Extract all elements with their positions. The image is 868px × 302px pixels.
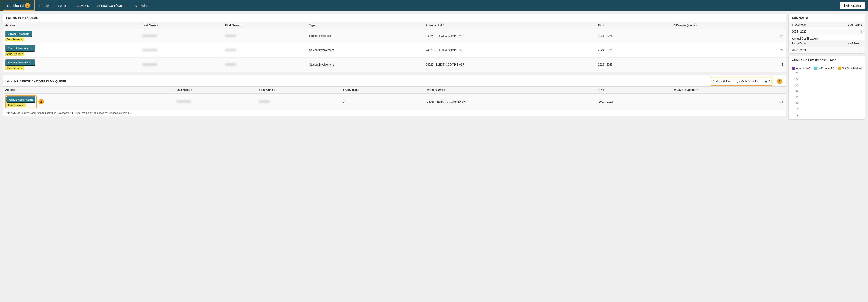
ac-last-name: XXXXXXXX bbox=[177, 100, 191, 103]
first-name-cell: XXXXXX bbox=[223, 29, 307, 43]
bar-group bbox=[799, 72, 818, 117]
last-name-cell: XXXXXXXX bbox=[140, 43, 223, 57]
action-highlighted-wrapper: Annual Certification Dept Reviewer bbox=[5, 95, 37, 108]
ac-sort-last-name[interactable]: ⇕ bbox=[191, 89, 193, 91]
ac-col-primary-unit: Primary Unit⇕ bbox=[425, 86, 596, 93]
summary-ac-forms-col: # of Forms bbox=[828, 40, 865, 47]
legend-dot bbox=[814, 67, 817, 70]
table-row: Student Involvement Dept Reviewer XXXXXX… bbox=[3, 57, 785, 71]
sort-icon-last-name[interactable]: ⇕ bbox=[157, 24, 159, 27]
ac-col-days-queue: # Days in Queue▼ bbox=[672, 86, 785, 93]
legend-item: In Process AC bbox=[814, 67, 834, 70]
bar-group bbox=[840, 72, 860, 117]
summary-forms-col: # of Forms bbox=[828, 22, 865, 28]
nav-dashboard[interactable]: Dashboard 1 bbox=[3, 0, 35, 11]
summary-title: SUMMARY: bbox=[789, 14, 865, 22]
filter-no-activities[interactable]: No activities bbox=[711, 80, 731, 83]
type-cell: Student Involvement bbox=[307, 43, 424, 57]
notifications-button[interactable]: Notifications bbox=[840, 2, 865, 9]
primary-unit-cell: 24025 - ELECT & COMP ENGR bbox=[424, 57, 596, 71]
action-button[interactable]: Exceed Threshold bbox=[5, 31, 32, 37]
summary-ac-fy-col: Fiscal Year bbox=[789, 40, 828, 47]
first-name-cell: XXXXXX bbox=[223, 43, 307, 57]
y-axis-label: 0 bbox=[792, 114, 798, 117]
ac-sort-primary-unit[interactable]: ⇕ bbox=[444, 89, 445, 91]
last-name-cell: XXXXXXXX bbox=[140, 29, 223, 43]
ac-col-actions: Actions bbox=[3, 86, 174, 93]
ac-days-queue-cell: 37 bbox=[672, 93, 785, 110]
legend-item: Not Submitted AC bbox=[838, 67, 862, 70]
filter-all-radio[interactable] bbox=[765, 80, 768, 83]
ac-num-activities-cell: 0 bbox=[340, 93, 425, 110]
sort-icon-first-name[interactable]: ⇕ bbox=[240, 24, 242, 27]
nav-activities[interactable]: Activities bbox=[71, 0, 93, 11]
action-sublabel: Dept Reviewer bbox=[5, 38, 24, 41]
summary-fy-value: 2024 - 2025 bbox=[789, 28, 828, 35]
ac-sort-days[interactable]: ▼ bbox=[696, 89, 698, 91]
main-layout: FORMS IN MY QUEUE Actions Last Name⇕ Fir… bbox=[0, 11, 868, 122]
nav-annual-cert[interactable]: Annual Certification bbox=[93, 0, 130, 11]
summary-fy-col: Fiscal Year bbox=[789, 22, 828, 28]
legend-item: Accepted AC bbox=[792, 67, 811, 70]
chart-legend: Accepted ACIn Process ACNot Submitted AC bbox=[792, 67, 862, 70]
annual-cert-queue-panel: ANNUAL CERTIFICATIONS IN MY QUEUE No act… bbox=[3, 74, 786, 116]
filter-with-activities[interactable]: With activities bbox=[737, 80, 759, 83]
action-button[interactable]: Student Involvement bbox=[5, 59, 35, 66]
ac-action-cell: Annual Certification Dept Reviewer 3 bbox=[3, 93, 174, 110]
ac-first-name: XXXXXX bbox=[259, 100, 270, 103]
annual-cert-header: ANNUAL CERTIFICATIONS IN MY QUEUE No act… bbox=[3, 75, 785, 86]
nav-bar: Dashboard 1 Faculty Forms Activities Ann… bbox=[0, 0, 868, 11]
filter-no-activities-label: No activities bbox=[715, 80, 731, 83]
ac-primary-unit-cell: 24025 - ELECT & COMP ENGR bbox=[425, 93, 596, 110]
forms-queue-header-row: Actions Last Name⇕ First Name⇕ Type⇕ Pri… bbox=[3, 22, 785, 29]
days-queue-cell: 22 bbox=[672, 43, 785, 57]
filter-with-activities-radio[interactable] bbox=[737, 80, 740, 83]
last-name: XXXXXXXX bbox=[143, 34, 157, 37]
y-axis-label: 25 bbox=[792, 84, 798, 87]
bar-group bbox=[820, 72, 839, 117]
table-row: Student Involvement Dept Reviewer XXXXXX… bbox=[3, 43, 785, 57]
filter-no-activities-radio[interactable] bbox=[711, 80, 714, 83]
right-column: SUMMARY: Fiscal Year # of Forms 2024 - 2… bbox=[788, 13, 865, 120]
footnote: "No Activites" includes only reported ac… bbox=[3, 110, 785, 116]
forms-link[interactable]: 3 bbox=[860, 30, 862, 33]
nav-analytics[interactable]: Analytics bbox=[131, 0, 152, 11]
nav-annual-cert-label: Annual Certification bbox=[97, 4, 126, 7]
nav-analytics-label: Analytics bbox=[135, 4, 148, 7]
sort-icon-type[interactable]: ⇕ bbox=[316, 24, 318, 27]
ac-sort-activities[interactable]: ⇕ bbox=[358, 89, 359, 91]
y-axis-label: 15 bbox=[792, 96, 798, 98]
chart-title: ANNUAL CERT. FY 2023 - 2024 bbox=[789, 57, 865, 64]
summary-ac-header: Fiscal Year # of Forms bbox=[789, 40, 865, 47]
ac-first-name-cell: XXXXXX bbox=[257, 93, 340, 110]
left-column: FORMS IN MY QUEUE Actions Last Name⇕ Fir… bbox=[3, 13, 786, 120]
ac-col-last-name: Last Name⇕ bbox=[174, 86, 257, 93]
days-queue-cell: 1 bbox=[672, 57, 785, 71]
sort-icon-fy[interactable]: ⇕ bbox=[602, 24, 604, 27]
y-axis-label: 5 bbox=[792, 108, 798, 111]
ac-action-button[interactable]: Annual Certification bbox=[6, 96, 35, 103]
nav-forms[interactable]: Forms bbox=[54, 0, 72, 11]
nav-faculty[interactable]: Faculty bbox=[35, 0, 54, 11]
forms-queue-title: FORMS IN MY QUEUE bbox=[3, 14, 785, 22]
filter-all[interactable]: All bbox=[765, 80, 772, 83]
first-name: XXXXXX bbox=[225, 63, 236, 66]
chart-container: 05101520253035 bbox=[792, 72, 862, 117]
nav-activities-label: Activities bbox=[75, 4, 89, 7]
filter-all-label: All bbox=[769, 80, 772, 83]
ac-sort-fy[interactable]: ⇕ bbox=[603, 89, 604, 91]
ac-sort-first-name[interactable]: ⇕ bbox=[274, 89, 275, 91]
sort-icon-primary-unit[interactable]: ⇕ bbox=[442, 24, 444, 27]
nav-forms-label: Forms bbox=[58, 4, 67, 7]
annual-cert-queue-table: Actions Last Name⇕ First Name⇕ # Activit… bbox=[3, 86, 785, 110]
sort-icon-days[interactable]: ▼ bbox=[695, 24, 698, 27]
filter-with-activities-label: With activities bbox=[741, 80, 759, 83]
step3-badge: 3 bbox=[38, 99, 44, 104]
y-axis-label: 20 bbox=[792, 90, 798, 93]
summary-ac-forms-value: 1 bbox=[828, 47, 865, 54]
annual-cert-subtitle: Annual Certification: bbox=[789, 35, 865, 40]
legend-label: Not Submitted AC bbox=[842, 67, 862, 69]
table-row: Annual Certification Dept Reviewer 3 XXX… bbox=[3, 93, 785, 110]
summary-ac-row: 2023 - 2024 1 bbox=[789, 47, 865, 54]
action-button[interactable]: Student Involvement bbox=[5, 45, 35, 51]
